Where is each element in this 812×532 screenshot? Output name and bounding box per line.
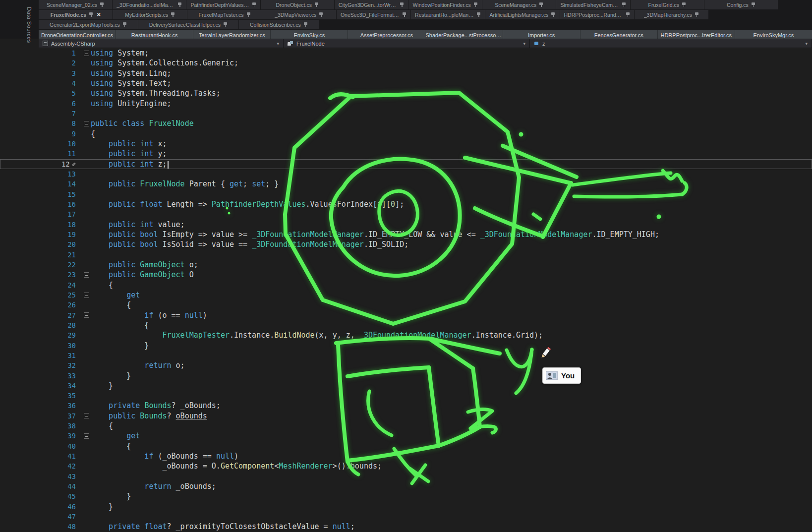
close-icon[interactable]: ✕ [97, 12, 101, 17]
code-line-45[interactable]: 45 } [0, 491, 812, 501]
code-line-47[interactable]: 47 [0, 512, 812, 522]
code-line-1[interactable]: 1–using System; [0, 48, 812, 58]
code-line-28[interactable]: 28 { [0, 320, 812, 330]
pin-icon[interactable] [177, 2, 182, 7]
code-line-22[interactable]: 22 public GameObject o; [0, 260, 812, 270]
code-line-11[interactable]: 11 public int y; [0, 149, 812, 159]
fold-gutter[interactable]: – [76, 310, 91, 320]
code-line-3[interactable]: 3using System.Linq; [0, 68, 812, 78]
tab-artificiallightsmanager-cs[interactable]: ArtificialLightsManager.cs [485, 10, 559, 19]
tab-onesec3d-fileformat-cs[interactable]: OneSec3D_FileFormat.cs [337, 10, 410, 19]
fold-marker-icon[interactable]: – [84, 413, 89, 418]
tab-fruxelgrid-cs[interactable]: FruxelGrid.cs [631, 0, 704, 9]
pin-icon[interactable] [303, 22, 308, 27]
code-line-38[interactable]: 38 { [0, 421, 812, 431]
pin-icon[interactable] [695, 12, 699, 17]
pin-icon[interactable] [252, 2, 256, 7]
code-line-44[interactable]: 44 return _oBounds; [0, 481, 812, 491]
code-line-8[interactable]: 8–public class FruxelNode [0, 118, 812, 128]
chevron-down-icon[interactable]: ▾ [523, 41, 525, 46]
tab-scenemanager-02-cs[interactable]: SceneManager_02.cs [39, 0, 112, 9]
fold-gutter[interactable]: – [76, 118, 91, 128]
fold-gutter[interactable]: – [76, 290, 91, 300]
tab-fruxelnode-cs[interactable]: FruxelNode.cs✕ [39, 10, 113, 19]
code-line-21[interactable]: 21 [0, 250, 812, 260]
tab-simulatedfisheyecamera-cs[interactable]: SimulatedFisheyeCamera.cs [556, 0, 630, 9]
code-line-37[interactable]: 37– public Bounds? oBounds [0, 411, 812, 421]
pin-icon[interactable] [626, 12, 630, 17]
code-line-7[interactable]: 7 [0, 109, 812, 118]
code-line-26[interactable]: 26 { [0, 300, 812, 310]
code-line-39[interactable]: 39– get [0, 431, 812, 441]
tab-scenemanager-cs[interactable]: SceneManager.cs [482, 0, 556, 9]
code-line-46[interactable]: 46 } [0, 502, 812, 512]
pin-icon[interactable] [319, 12, 323, 17]
code-line-17[interactable]: 17 [0, 209, 812, 219]
code-line-48[interactable]: 48 private float? _proximityToClosestObs… [0, 522, 812, 532]
chevron-down-icon[interactable]: ▾ [805, 41, 808, 46]
pin-icon[interactable] [682, 2, 686, 7]
code-line-25[interactable]: 25– get [0, 290, 812, 300]
fold-marker-icon[interactable]: – [84, 293, 89, 298]
code-line-15[interactable]: 15 [0, 189, 812, 199]
pin-icon[interactable] [402, 12, 406, 17]
code-line-42[interactable]: 42 _oBounds = O.GetComponent<MeshRendere… [0, 461, 812, 471]
code-line-35[interactable]: 35 [0, 391, 812, 401]
tab-citygen3dgen-torwrapper-cs[interactable]: CityGen3DGen...torWrapper.cs [335, 0, 408, 9]
fold-marker-icon[interactable]: – [84, 433, 89, 439]
code-editor[interactable]: 1–using System;2using System.Collections… [0, 48, 812, 532]
code-line-43[interactable]: 43 [0, 472, 812, 481]
code-line-40[interactable]: 40 { [0, 441, 812, 451]
code-line-27[interactable]: 27– if (o == null) [0, 310, 812, 320]
tab-windowpositionfinder-cs[interactable]: WindowPositionFinder.cs [408, 0, 482, 9]
tab-deliverysurfaceclasshelper-cs[interactable]: DeliverySurfaceClassHelper.cs [138, 20, 238, 29]
tab-droneobject-cs[interactable]: DroneObject.cs [261, 0, 334, 9]
tab--3dfoundatio-delmanager-cs[interactable]: _3DFoundatio...delManager.cs [113, 0, 186, 9]
code-line-20[interactable]: 20 public bool IsSolid => value == _3DFo… [0, 239, 812, 249]
pin-icon[interactable] [314, 2, 319, 7]
pin-icon[interactable] [100, 2, 104, 7]
tab-hdrppostproc-randomizer-cs[interactable]: HDRPPostproc...Randomizer.cs [560, 10, 634, 19]
code-line-4[interactable]: 4using System.Text; [0, 78, 812, 88]
code-line-33[interactable]: 33 } [0, 371, 812, 381]
code-line-6[interactable]: 6using UnityEngine; [0, 99, 812, 109]
pin-icon[interactable] [539, 2, 543, 7]
pin-icon[interactable] [622, 2, 626, 7]
pin-icon[interactable] [751, 2, 755, 7]
project-dropdown[interactable]: Assembly-CSharp ▾ [39, 39, 284, 48]
pin-icon[interactable] [89, 12, 93, 17]
code-line-18[interactable]: 18 public int value; [0, 220, 812, 230]
fold-marker-icon[interactable]: – [84, 51, 89, 56]
code-line-34[interactable]: 34 } [0, 381, 812, 391]
pin-icon[interactable] [551, 12, 555, 17]
tab--3dmapviewer-cs[interactable]: _3DMapViewer.cs [262, 10, 336, 19]
code-line-24[interactable]: 24 { [0, 280, 812, 290]
tab-generator2exportmaptools-cs[interactable]: Generator2ExportMapTools.cs [39, 20, 138, 29]
fold-gutter[interactable]: – [76, 431, 91, 441]
pin-icon[interactable] [473, 2, 478, 7]
tab-fruxelmaptester-cs[interactable]: FruxelMapTester.cs [187, 10, 261, 19]
fold-gutter[interactable]: – [76, 411, 91, 421]
tab-pathfinderdepthvalues-cs[interactable]: PathfinderDepthValues.cs [186, 0, 260, 9]
code-line-2[interactable]: 2using System.Collections.Generic; [0, 58, 812, 68]
code-line-16[interactable]: 16 public float Length => PathfinderDept… [0, 199, 812, 209]
type-dropdown[interactable]: FruxelNode ▾ [284, 39, 530, 48]
member-dropdown[interactable]: z ▾ [530, 39, 812, 48]
code-line-12[interactable]: 12✎ public int z; [0, 159, 812, 169]
code-line-36[interactable]: 36 private Bounds? _oBounds; [0, 401, 812, 411]
pin-icon[interactable] [246, 12, 251, 17]
tab-restaurantho-plemanager-cs[interactable]: RestaurantHo...pleManager.cs [411, 10, 485, 19]
pin-icon[interactable] [476, 12, 481, 17]
fold-gutter[interactable]: – [76, 48, 91, 58]
code-line-29[interactable]: 29 FruxelMapTester.Instance.BuildNode(x,… [0, 330, 812, 340]
pin-icon[interactable] [223, 22, 228, 27]
chevron-down-icon[interactable]: ▾ [277, 41, 279, 46]
tab--3dmaphierarchy-cs[interactable]: _3DMapHierarchy.cs [635, 10, 708, 19]
code-line-30[interactable]: 30 } [0, 341, 812, 351]
fold-marker-icon[interactable]: – [84, 272, 89, 278]
data-sources-side-tab[interactable]: Data Sources [26, 7, 32, 43]
code-line-13[interactable]: 13 [0, 169, 812, 179]
fold-marker-icon[interactable]: – [84, 312, 89, 318]
code-line-23[interactable]: 23– public GameObject O [0, 270, 812, 280]
tab-myeditorscripts-cs[interactable]: MyEditorScripts.cs [113, 10, 187, 19]
